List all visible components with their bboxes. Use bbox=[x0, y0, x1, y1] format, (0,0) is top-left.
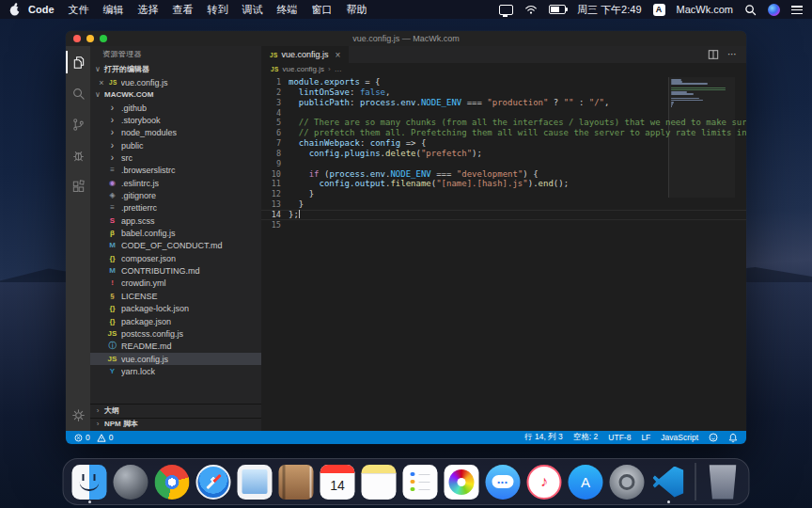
status-item-4[interactable]: JavaScript bbox=[661, 433, 698, 442]
menu-item-2[interactable]: 编辑 bbox=[103, 3, 124, 17]
dock-photos[interactable] bbox=[445, 465, 479, 500]
zoom-window-button[interactable] bbox=[100, 35, 107, 42]
close-window-button[interactable] bbox=[73, 35, 81, 42]
menu-item-8[interactable]: 窗口 bbox=[312, 3, 333, 17]
menu-item-0[interactable]: Code bbox=[28, 4, 55, 15]
source-control-icon[interactable] bbox=[66, 113, 90, 135]
root-folder-header[interactable]: ∨ MACWK.COM bbox=[90, 88, 261, 102]
file-row-3[interactable]: ›public bbox=[90, 139, 261, 151]
dock-trash[interactable] bbox=[706, 465, 741, 500]
tab-vue-config[interactable]: JS vue.config.js × bbox=[261, 46, 349, 63]
menu-item-1[interactable]: 文件 bbox=[69, 3, 89, 17]
code-line-14[interactable]: 14}; bbox=[261, 210, 746, 220]
dock-finder[interactable] bbox=[72, 465, 107, 500]
apple-menu-icon[interactable] bbox=[9, 3, 21, 16]
extensions-icon[interactable] bbox=[66, 175, 90, 198]
file-row-9[interactable]: Sapp.scss bbox=[90, 214, 261, 227]
dock-appstore[interactable]: A bbox=[569, 465, 603, 500]
split-editor-icon[interactable] bbox=[708, 49, 719, 60]
tab-close-icon[interactable]: × bbox=[336, 50, 341, 60]
notification-center-icon[interactable] bbox=[791, 6, 803, 14]
minimap[interactable] bbox=[671, 79, 733, 110]
code-line-13[interactable]: 13 } bbox=[261, 199, 746, 210]
npm-scripts-section[interactable]: › NPM 脚本 bbox=[90, 418, 261, 432]
wifi-icon[interactable] bbox=[524, 4, 538, 15]
code-line-5[interactable]: 5 // There are so many chunks (from all … bbox=[261, 118, 746, 128]
menu-item-3[interactable]: 选择 bbox=[138, 3, 159, 17]
file-row-2[interactable]: ›node_modules bbox=[90, 127, 261, 139]
feedback-smiley-icon[interactable] bbox=[709, 433, 718, 442]
display-icon[interactable] bbox=[499, 5, 513, 15]
code-line-6[interactable]: 6 // prefetch them all. Prefetching them… bbox=[261, 128, 746, 138]
notifications-bell-icon[interactable] bbox=[728, 433, 738, 443]
file-row-4[interactable]: ›src bbox=[90, 151, 261, 164]
file-row-19[interactable]: ⓘREADME.md bbox=[90, 341, 261, 353]
minimize-window-button[interactable] bbox=[86, 35, 94, 42]
dock-launchpad[interactable] bbox=[114, 465, 148, 500]
code-line-7[interactable]: 7 chainWebpack: config => { bbox=[261, 138, 746, 149]
open-editor-vue-config[interactable]: × JS vue.config.js bbox=[90, 76, 261, 88]
menu-item-6[interactable]: 调试 bbox=[242, 3, 263, 17]
dock-contacts[interactable] bbox=[279, 465, 314, 500]
menu-item-7[interactable]: 终端 bbox=[277, 3, 298, 17]
file-row-13[interactable]: MCONTRIBUTING.md bbox=[90, 264, 261, 277]
menu-item-5[interactable]: 转到 bbox=[208, 3, 228, 17]
code-editor[interactable]: 1module.exports = {2 lintOnSave: false,3… bbox=[261, 75, 746, 431]
file-row-7[interactable]: ◈.gitignore bbox=[90, 189, 261, 201]
file-row-15[interactable]: §LICENSE bbox=[90, 290, 261, 302]
search-icon[interactable] bbox=[66, 82, 90, 104]
breadcrumb-file[interactable]: vue.config.js bbox=[283, 65, 324, 73]
battery-icon[interactable] bbox=[549, 5, 566, 14]
status-item-1[interactable]: 空格: 2 bbox=[573, 432, 598, 443]
dock-notes[interactable] bbox=[362, 465, 397, 500]
manage-gear-icon[interactable] bbox=[66, 404, 90, 426]
code-line-11[interactable]: 11 config.output.filename("[name].[hash]… bbox=[261, 179, 746, 189]
menu-item-4[interactable]: 查看 bbox=[173, 3, 194, 17]
debug-icon[interactable] bbox=[66, 144, 90, 167]
dock-calendar[interactable]: 14 bbox=[320, 465, 355, 500]
brand-label[interactable]: MacWk.com bbox=[677, 4, 734, 15]
code-line-15[interactable]: 15 bbox=[261, 220, 746, 230]
file-row-0[interactable]: ›.github bbox=[90, 102, 261, 114]
status-item-2[interactable]: UTF-8 bbox=[608, 433, 631, 442]
status-item-0[interactable]: 行 14, 列 3 bbox=[524, 432, 563, 443]
dock-chrome[interactable] bbox=[155, 465, 190, 500]
dock-vscode[interactable] bbox=[651, 465, 686, 500]
file-row-16[interactable]: {}package-lock.json bbox=[90, 303, 261, 315]
dock-mail[interactable] bbox=[238, 465, 273, 500]
breadcrumb-symbol[interactable]: … bbox=[335, 65, 342, 73]
menu-item-9[interactable]: 帮助 bbox=[347, 3, 367, 17]
file-row-1[interactable]: ›.storybook bbox=[90, 114, 261, 126]
clock[interactable]: 周三 下午2:49 bbox=[577, 3, 641, 17]
explorer-icon[interactable] bbox=[66, 51, 90, 73]
file-row-12[interactable]: {}composer.json bbox=[90, 252, 261, 264]
file-row-5[interactable]: ≡.browserslistrc bbox=[90, 165, 261, 177]
siri-icon[interactable] bbox=[768, 4, 780, 16]
dock-reminders[interactable] bbox=[403, 465, 438, 500]
input-source-icon[interactable]: A bbox=[653, 4, 665, 16]
more-actions-icon[interactable]: ⋯ bbox=[727, 50, 738, 59]
open-editors-header[interactable]: ∨ 打开的编辑器 bbox=[90, 63, 261, 76]
code-line-12[interactable]: 12 } bbox=[261, 189, 746, 199]
window-title-bar[interactable]: vue.config.js — MacWk.com bbox=[66, 31, 746, 46]
breadcrumb[interactable]: JS vue.config.js › … bbox=[261, 63, 746, 75]
file-row-17[interactable]: {}package.json bbox=[90, 315, 261, 327]
code-line-8[interactable]: 8 config.plugins.delete("prefetch"); bbox=[261, 149, 746, 159]
code-line-10[interactable]: 10 if (process.env.NODE_ENV === "develop… bbox=[261, 169, 746, 180]
outline-section[interactable]: › 大纲 bbox=[90, 404, 261, 418]
file-row-21[interactable]: Yyarn.lock bbox=[90, 365, 261, 377]
file-row-6[interactable]: ◉.eslintrc.js bbox=[90, 177, 261, 189]
status-item-3[interactable]: LF bbox=[641, 433, 650, 442]
file-row-8[interactable]: ≡.prettierrc bbox=[90, 202, 261, 214]
close-icon[interactable]: × bbox=[98, 78, 105, 87]
file-row-18[interactable]: JSpostcss.config.js bbox=[90, 327, 261, 340]
problems-indicator[interactable]: 0 0 bbox=[74, 433, 113, 442]
dock-music[interactable]: ♪ bbox=[527, 465, 562, 500]
file-row-20[interactable]: JSvue.config.js bbox=[90, 353, 261, 365]
dock-safari[interactable] bbox=[196, 465, 231, 500]
file-row-10[interactable]: βbabel.config.js bbox=[90, 227, 261, 239]
file-row-11[interactable]: MCODE_OF_CONDUCT.md bbox=[90, 240, 261, 252]
dock-messages[interactable]: ••• bbox=[486, 465, 521, 500]
file-row-14[interactable]: !crowdin.yml bbox=[90, 278, 261, 290]
spotlight-search-icon[interactable] bbox=[744, 4, 757, 16]
